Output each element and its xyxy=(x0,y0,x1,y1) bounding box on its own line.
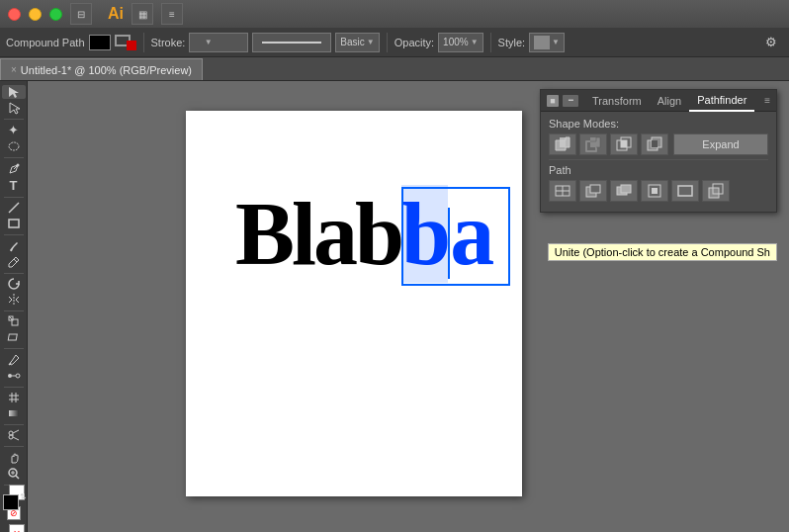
canvas-text-selected-2: a xyxy=(450,185,491,283)
intersect-button[interactable] xyxy=(610,133,638,155)
svg-rect-37 xyxy=(652,140,658,147)
unite-button[interactable] xyxy=(549,133,576,155)
stroke-weight-dropdown[interactable]: ▼ xyxy=(189,33,248,52)
title-bar: ⊟ Ai ▦ ≡ xyxy=(0,0,789,28)
opacity-dropdown[interactable]: 100% ▼ xyxy=(438,33,483,52)
canvas-text-selected: b xyxy=(401,185,448,283)
svg-line-21 xyxy=(13,430,19,433)
crop-button[interactable] xyxy=(641,180,668,202)
style-dropdown[interactable]: Basic ▼ xyxy=(335,33,379,52)
stroke-label: Stroke: xyxy=(151,37,186,48)
icon-btn-3[interactable]: ≡ xyxy=(161,3,183,25)
separator-1 xyxy=(143,33,144,52)
rotate-tool[interactable] xyxy=(2,277,26,291)
lasso-tool[interactable] xyxy=(2,139,26,153)
options-bar: Compound Path Stroke: ▼ Basic ▼ Opacity:… xyxy=(0,28,789,57)
magic-wand-tool[interactable]: ✦ xyxy=(2,123,26,137)
divide-button[interactable] xyxy=(549,180,576,202)
object-type-label: Compound Path xyxy=(6,37,85,48)
svg-rect-44 xyxy=(621,185,631,193)
chevron-down-icon: ▼ xyxy=(205,38,213,46)
exclude-button[interactable] xyxy=(641,133,668,155)
reflect-tool[interactable] xyxy=(2,293,26,307)
trim-button[interactable] xyxy=(579,180,607,202)
minus-back-button[interactable] xyxy=(702,180,730,202)
pen-tool[interactable] xyxy=(2,162,26,176)
line-tool[interactable] xyxy=(2,201,26,215)
stroke-none-indicator[interactable]: × xyxy=(3,524,25,532)
rectangle-tool[interactable] xyxy=(2,217,26,230)
panel-close-button[interactable]: ■ xyxy=(547,95,559,107)
pathfinders-label-row: Path xyxy=(549,164,768,176)
canvas-area[interactable]: Blabba ■ ━ Transform Align Pathfinder xyxy=(28,81,789,532)
blend-tool[interactable] xyxy=(2,369,26,383)
svg-rect-29 xyxy=(560,137,570,147)
tab-title: Untitled-1* @ 100% (RGB/Preview) xyxy=(21,64,192,76)
fill-swatch[interactable] xyxy=(89,35,111,50)
style-value-dropdown[interactable]: ▼ xyxy=(529,33,565,52)
app-logo: Ai xyxy=(108,5,124,23)
eyedropper-tool[interactable] xyxy=(2,353,26,367)
foreground-color-swatch[interactable] xyxy=(3,494,19,510)
svg-line-2 xyxy=(9,203,19,213)
svg-line-22 xyxy=(13,437,19,440)
chevron-down-icon-2: ▼ xyxy=(367,38,375,46)
maximize-button[interactable] xyxy=(49,8,62,21)
svg-point-11 xyxy=(8,374,12,378)
tab-close-icon[interactable]: × xyxy=(11,64,17,75)
outline-button[interactable] xyxy=(671,180,699,202)
zoom-tool[interactable] xyxy=(2,467,26,481)
opacity-label: Opacity: xyxy=(394,37,434,48)
panel-menu-button[interactable]: ≡ xyxy=(764,95,770,106)
pathfinder-body: Shape Modes: xyxy=(541,112,776,212)
settings-icon[interactable]: ⚙ xyxy=(759,31,783,54)
close-button[interactable] xyxy=(8,8,21,21)
shape-modes-label: Shape Modes: xyxy=(549,118,768,130)
left-toolbar: ✦ T xyxy=(0,81,28,532)
svg-rect-48 xyxy=(709,188,719,198)
svg-point-19 xyxy=(9,431,13,435)
svg-rect-9 xyxy=(8,334,17,340)
stroke-options[interactable] xyxy=(115,35,136,50)
tab-bar: × Untitled-1* @ 100% (RGB/Preview) xyxy=(0,57,789,81)
panel-collapse-button[interactable]: ━ xyxy=(563,95,578,107)
pathfinders-label: Path xyxy=(549,164,571,176)
pencil-tool[interactable] xyxy=(2,255,26,269)
minus-front-button[interactable] xyxy=(579,133,607,155)
icon-btn-1[interactable]: ⊟ xyxy=(70,3,92,25)
direct-selection-tool[interactable] xyxy=(2,101,26,115)
merge-button[interactable] xyxy=(610,180,638,202)
scale-tool[interactable] xyxy=(2,314,26,328)
color-swatches: ⇅ xyxy=(1,492,27,502)
svg-rect-42 xyxy=(590,185,600,193)
svg-rect-18 xyxy=(9,410,19,416)
svg-rect-3 xyxy=(9,220,19,227)
tab-transform[interactable]: Transform xyxy=(584,90,650,112)
mesh-tool[interactable] xyxy=(2,391,26,404)
shear-tool[interactable] xyxy=(2,330,26,344)
gradient-tool[interactable] xyxy=(2,406,26,420)
svg-point-1 xyxy=(16,163,19,166)
canvas-white: Blabba xyxy=(186,111,522,496)
scissors-tool[interactable] xyxy=(2,428,26,442)
selection-tool[interactable] xyxy=(2,85,26,99)
stroke-line-preview[interactable] xyxy=(252,33,331,52)
svg-point-12 xyxy=(16,374,20,378)
panel-tabs: Transform Align Pathfinder xyxy=(584,90,762,112)
hand-tool[interactable] xyxy=(2,451,26,465)
tooltip: Unite (Option-click to create a Compound… xyxy=(548,243,777,261)
svg-rect-46 xyxy=(652,188,658,194)
svg-line-25 xyxy=(16,476,19,479)
paintbrush-tool[interactable] xyxy=(2,239,26,253)
swap-colors-icon[interactable]: ⇅ xyxy=(20,492,27,501)
tab-align[interactable]: Align xyxy=(650,90,689,112)
expand-button[interactable]: Expand xyxy=(673,133,768,155)
svg-rect-34 xyxy=(621,140,627,147)
tab-pathfinder[interactable]: Pathfinder xyxy=(689,90,754,112)
document-tab[interactable]: × Untitled-1* @ 100% (RGB/Preview) xyxy=(0,58,203,80)
svg-line-4 xyxy=(14,259,17,262)
icon-btn-2[interactable]: ▦ xyxy=(132,3,153,25)
pathfinder-panel: ■ ━ Transform Align Pathfinder ≡ Shape M… xyxy=(540,89,777,213)
type-tool[interactable]: T xyxy=(2,178,26,193)
minimize-button[interactable] xyxy=(29,8,42,21)
